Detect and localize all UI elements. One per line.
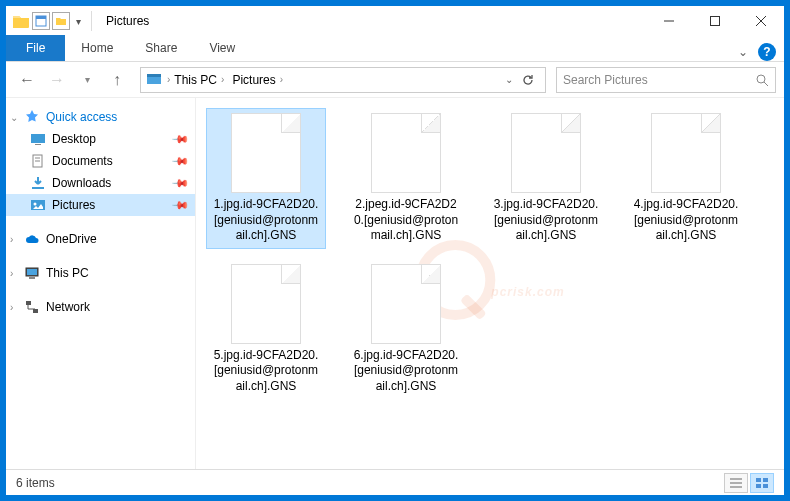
file-name: 4.jpg.id-9CFA2D20.[geniusid@protonmail.c… (631, 197, 741, 244)
svg-rect-10 (31, 134, 45, 143)
file-item[interactable]: 6.jpg.id-9CFA2D20.[geniusid@protonmail.c… (346, 259, 466, 400)
tab-view[interactable]: View (193, 35, 251, 61)
sidebar-onedrive[interactable]: › OneDrive (6, 228, 195, 250)
pictures-icon (30, 197, 46, 213)
sidebar-network[interactable]: › Network (6, 296, 195, 318)
forward-button[interactable]: → (44, 67, 70, 93)
file-icon (511, 113, 581, 193)
up-button[interactable]: ↑ (104, 67, 130, 93)
file-name: 2.jpeg.id-9CFA2D20.[geniusid@protonmail.… (351, 197, 461, 244)
ribbon-expand-icon[interactable]: ⌄ (738, 45, 748, 59)
svg-rect-29 (763, 484, 768, 488)
svg-rect-21 (26, 301, 31, 305)
svg-rect-28 (756, 484, 761, 488)
file-icon (231, 113, 301, 193)
sidebar-item-desktop[interactable]: Desktop📌 (6, 128, 195, 150)
file-icon (651, 113, 721, 193)
qat-customize-icon[interactable]: ▾ (72, 16, 85, 27)
pin-icon: 📌 (170, 173, 189, 192)
sidebar-quick-access[interactable]: ⌄ Quick access (6, 106, 195, 128)
breadcrumb-folder-icon (145, 71, 163, 89)
app-icon (12, 13, 30, 29)
file-item[interactable]: 2.jpeg.id-9CFA2D20.[geniusid@protonmail.… (346, 108, 466, 249)
svg-rect-3 (711, 17, 720, 26)
svg-rect-7 (147, 74, 161, 77)
item-count: 6 items (16, 476, 55, 490)
chevron-right-icon[interactable]: › (10, 302, 13, 313)
chevron-right-icon[interactable]: › (10, 268, 13, 279)
search-placeholder: Search Pictures (563, 73, 648, 87)
downloads-icon (30, 175, 46, 191)
pin-icon: 📌 (170, 151, 189, 170)
statusbar: 6 items (6, 469, 784, 495)
file-icon (371, 113, 441, 193)
file-item[interactable]: 1.jpg.id-9CFA2D20.[geniusid@protonmail.c… (206, 108, 326, 249)
titlebar: ▾ Pictures (6, 6, 784, 36)
cloud-icon (24, 231, 40, 247)
svg-rect-27 (763, 478, 768, 482)
documents-icon (30, 153, 46, 169)
breadcrumb-pictures[interactable]: Pictures› (228, 73, 287, 87)
explorer-window: ▾ Pictures File Home Share View ⌄ ? ← → (5, 5, 785, 496)
computer-icon (24, 265, 40, 281)
window-title: Pictures (106, 14, 149, 28)
svg-line-9 (764, 82, 768, 86)
svg-rect-11 (35, 144, 41, 145)
file-item[interactable]: 4.jpg.id-9CFA2D20.[geniusid@protonmail.c… (626, 108, 746, 249)
svg-rect-19 (27, 269, 37, 275)
svg-rect-20 (29, 277, 35, 279)
back-button[interactable]: ← (14, 67, 40, 93)
svg-rect-15 (32, 187, 44, 189)
svg-rect-22 (33, 309, 38, 313)
star-icon (24, 109, 40, 125)
sidebar-item-downloads[interactable]: Downloads📌 (6, 172, 195, 194)
view-large-icons-button[interactable] (750, 473, 774, 493)
navigation-bar: ← → ▾ ↑ › This PC› Pictures› ⌄ Search Pi… (6, 62, 784, 98)
file-tab[interactable]: File (6, 35, 65, 61)
sidebar-item-pictures[interactable]: Pictures📌 (6, 194, 195, 216)
network-icon (24, 299, 40, 315)
search-input[interactable]: Search Pictures (556, 67, 776, 93)
close-button[interactable] (738, 6, 784, 36)
tab-home[interactable]: Home (65, 35, 129, 61)
view-details-button[interactable] (724, 473, 748, 493)
file-item[interactable]: 3.jpg.id-9CFA2D20.[geniusid@protonmail.c… (486, 108, 606, 249)
qat-new-folder-icon[interactable] (52, 12, 70, 30)
maximize-button[interactable] (692, 6, 738, 36)
svg-point-17 (34, 203, 37, 206)
svg-rect-26 (756, 478, 761, 482)
pin-icon: 📌 (170, 129, 189, 148)
breadcrumb-thispc[interactable]: This PC› (170, 73, 228, 87)
pin-icon: 📌 (170, 195, 189, 214)
search-icon (755, 73, 769, 87)
svg-point-8 (757, 75, 765, 83)
file-item[interactable]: 5.jpg.id-9CFA2D20.[geniusid@protonmail.c… (206, 259, 326, 400)
svg-rect-1 (36, 16, 46, 19)
chevron-down-icon[interactable]: ⌄ (10, 112, 18, 123)
ribbon: File Home Share View ⌄ ? (6, 36, 784, 62)
file-name: 5.jpg.id-9CFA2D20.[geniusid@protonmail.c… (211, 348, 321, 395)
navigation-pane: ⌄ Quick access Desktop📌 Documents📌 Downl… (6, 98, 196, 469)
tab-share[interactable]: Share (129, 35, 193, 61)
file-name: 1.jpg.id-9CFA2D20.[geniusid@protonmail.c… (211, 197, 321, 244)
minimize-button[interactable] (646, 6, 692, 36)
address-dropdown-icon[interactable]: ⌄ (505, 74, 513, 85)
file-name: 3.jpg.id-9CFA2D20.[geniusid@protonmail.c… (491, 197, 601, 244)
desktop-icon (30, 131, 46, 147)
file-icon (231, 264, 301, 344)
qat-properties-icon[interactable] (32, 12, 50, 30)
recent-locations-icon[interactable]: ▾ (74, 67, 100, 93)
sidebar-thispc[interactable]: › This PC (6, 262, 195, 284)
file-icon (371, 264, 441, 344)
sidebar-item-documents[interactable]: Documents📌 (6, 150, 195, 172)
refresh-icon[interactable] (521, 73, 535, 87)
help-icon[interactable]: ? (758, 43, 776, 61)
chevron-right-icon[interactable]: › (10, 234, 13, 245)
file-list[interactable]: pcrisk.com 1.jpg.id-9CFA2D20.[geniusid@p… (196, 98, 784, 469)
file-name: 6.jpg.id-9CFA2D20.[geniusid@protonmail.c… (351, 348, 461, 395)
address-bar[interactable]: › This PC› Pictures› ⌄ (140, 67, 546, 93)
